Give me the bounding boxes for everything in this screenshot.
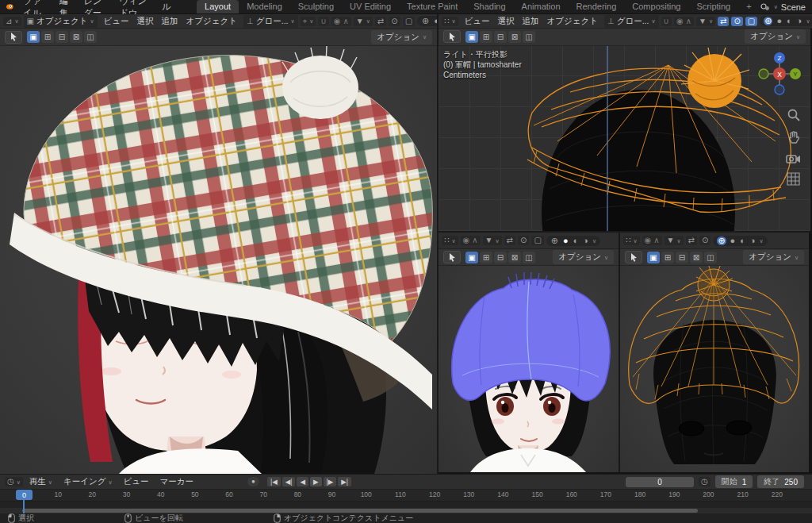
toggle-grid-icon[interactable] — [787, 172, 800, 186]
overlays-button[interactable]: ⊙ — [699, 236, 710, 245]
view-menu[interactable]: ビュー — [119, 476, 154, 487]
orientation-dropdown[interactable]: ⊥ グロー... ∨ — [243, 15, 298, 28]
shading-wireframe-icon[interactable]: ⊕ — [550, 237, 559, 245]
viewport-bottom-right-canvas[interactable] — [620, 266, 809, 472]
select-set-button[interactable]: ▣ — [465, 252, 478, 263]
scene-chevron-icon[interactable]: ∨ — [774, 4, 778, 10]
select-invert-button[interactable]: ⊠ — [690, 252, 703, 263]
xray-button[interactable]: ▢ — [531, 236, 543, 245]
play-button[interactable]: ▶ — [310, 477, 322, 487]
auto-keying-button[interactable]: ● — [247, 477, 259, 486]
select-subtract-button[interactable]: ⊟ — [56, 31, 68, 43]
shading-material-icon[interactable]: ◐ — [739, 237, 746, 245]
playback-menu[interactable]: 再生∨ — [25, 476, 57, 487]
workspace-tab[interactable]: Compositing — [624, 0, 688, 13]
scene-name-field[interactable]: Scene — [781, 2, 806, 12]
snap-magnet-button[interactable]: ∪ — [318, 17, 328, 26]
select-invert-button[interactable]: ⊠ — [70, 31, 82, 43]
viewport-menu-item[interactable]: ビュー — [461, 16, 494, 27]
shading-wireframe-icon[interactable]: ⊕ — [717, 237, 726, 245]
proportional-edit-button[interactable]: ◉ ∧ — [461, 236, 481, 245]
frame-start-field[interactable]: 開始 1 — [715, 475, 753, 488]
proportional-edit-button[interactable]: ◉ ∧ — [642, 236, 662, 245]
select-extend-button[interactable]: ⊞ — [480, 252, 492, 263]
workspace-tab[interactable]: Scripting — [688, 0, 738, 13]
active-tool-button[interactable] — [443, 30, 461, 43]
select-set-button[interactable]: ▣ — [465, 31, 478, 43]
blender-logo-icon[interactable] — [5, 1, 13, 13]
transform-gizmo-button[interactable]: ⇄ — [718, 17, 729, 26]
viewport-menu-item[interactable]: オブジェクト — [182, 16, 241, 27]
prev-keyframe-button[interactable]: ◀| — [282, 477, 296, 487]
gizmo-dropdown[interactable]: ▼ ∨ — [696, 17, 715, 26]
current-frame-field[interactable]: 0 — [626, 477, 694, 487]
active-tool-button[interactable] — [5, 31, 22, 44]
shading-material-icon[interactable]: ◐ — [573, 237, 580, 245]
proportional-edit-button[interactable]: ◉ ∧ — [331, 17, 351, 26]
viewport-menu-item[interactable]: オブジェクト — [543, 16, 602, 27]
editor-type-button[interactable]: ⊿ ∨ — [3, 17, 21, 26]
overlays-button[interactable]: ⊙ — [518, 236, 529, 245]
xray-button[interactable]: ▢ — [403, 17, 415, 26]
select-extend-button[interactable]: ⊞ — [41, 31, 54, 43]
gizmo-dropdown[interactable]: ▼ ∨ — [665, 236, 684, 245]
transform-gizmo-button[interactable]: ⇄ — [686, 236, 697, 245]
options-dropdown[interactable]: オプション ∨ — [553, 250, 614, 264]
frame-end-field[interactable]: 終了 250 — [757, 475, 804, 488]
workspace-tab[interactable]: Texture Paint — [399, 0, 465, 13]
shading-wireframe-icon[interactable]: ⊕ — [764, 17, 772, 25]
editor-type-button[interactable]: ∷ ∨ — [442, 236, 458, 245]
jump-to-start-button[interactable]: |◀ — [267, 477, 281, 487]
snap-target-button[interactable]: ⌖ ∨ — [301, 17, 316, 26]
options-dropdown[interactable]: オプション ∨ — [371, 30, 432, 44]
shading-solid-icon[interactable]: ● — [776, 17, 783, 25]
viewport-bottom-middle-canvas[interactable] — [439, 266, 619, 472]
camera-view-icon[interactable] — [786, 152, 801, 164]
viewport-left-canvas[interactable] — [0, 46, 437, 474]
viewport-top-right-canvas[interactable]: ライト・平行投影(0) 軍帽 | tamoshanterCentimeters … — [439, 46, 810, 231]
viewport-menu-item[interactable]: 追加 — [519, 16, 543, 27]
workspace-tab[interactable]: Animation — [514, 0, 569, 13]
editor-type-button[interactable]: ◷ ∨ — [5, 477, 23, 486]
shading-material-icon[interactable]: ◐ — [786, 17, 793, 25]
select-invert-button[interactable]: ⊠ — [508, 252, 521, 263]
pan-hand-icon[interactable] — [787, 130, 801, 144]
select-intersect-button[interactable]: ◫ — [704, 252, 717, 263]
overlays-button[interactable]: ⊙ — [389, 17, 400, 26]
workspace-tab[interactable]: Modeling — [239, 0, 290, 13]
keying-menu[interactable]: キーイング∨ — [59, 476, 117, 487]
shading-solid-icon[interactable]: ● — [562, 237, 569, 245]
workspace-tab[interactable]: Layout — [197, 0, 239, 13]
workspace-tab[interactable]: Rendering — [569, 0, 625, 13]
gizmo-dropdown[interactable]: ▼ ∨ — [354, 17, 373, 26]
select-extend-button[interactable]: ⊞ — [480, 31, 492, 43]
timeline-scrollbar[interactable] — [22, 509, 698, 513]
select-set-button[interactable]: ▣ — [27, 31, 40, 43]
gizmo-dropdown[interactable]: ▼ ∨ — [483, 236, 502, 245]
viewport-menu-item[interactable]: 選択 — [133, 16, 158, 27]
use-preview-range-button[interactable]: ◷ — [699, 477, 710, 486]
viewport-menu-item[interactable]: ビュー — [100, 16, 133, 27]
transform-gizmo-button[interactable]: ⇄ — [375, 17, 386, 26]
select-subtract-button[interactable]: ⊟ — [676, 252, 688, 263]
proportional-edit-button[interactable]: ◉ ∧ — [674, 17, 694, 26]
shading-wireframe-icon[interactable]: ⊕ — [421, 17, 430, 25]
workspace-tab[interactable]: + — [738, 0, 759, 13]
navigation-gizmo[interactable]: Z Y X — [756, 51, 802, 97]
mode-dropdown[interactable]: ▣ オブジェクト ∨ — [24, 15, 98, 28]
shading-rendered-icon[interactable]: ◑ — [796, 17, 803, 25]
shading-solid-icon[interactable]: ● — [730, 237, 737, 245]
select-subtract-button[interactable]: ⊟ — [494, 252, 507, 263]
shading-rendered-icon[interactable]: ◑ — [582, 237, 589, 245]
timeline-scroll-track[interactable] — [0, 508, 812, 513]
zoom-icon[interactable] — [787, 108, 801, 122]
xray-button[interactable]: ▢ — [745, 17, 757, 26]
viewport-menu-item[interactable]: 追加 — [158, 16, 182, 27]
select-subtract-button[interactable]: ⊟ — [494, 31, 507, 43]
select-intersect-button[interactable]: ◫ — [523, 31, 535, 43]
select-intersect-button[interactable]: ◫ — [523, 252, 535, 263]
select-set-button[interactable]: ▣ — [647, 252, 660, 263]
options-dropdown[interactable]: オプション ∨ — [743, 250, 804, 264]
options-dropdown[interactable]: オプション ∨ — [745, 29, 806, 44]
viewport-menu-item[interactable]: 選択 — [494, 16, 519, 27]
